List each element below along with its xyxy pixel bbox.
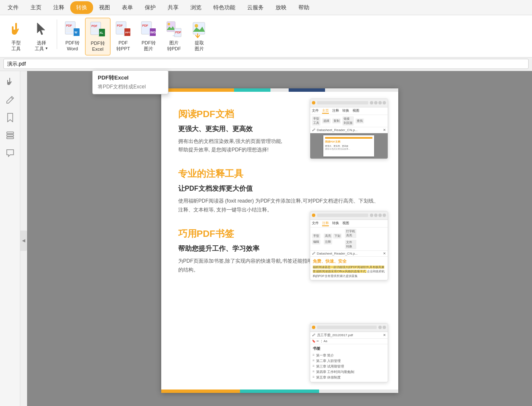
mini-annot-text: 福昕阅读器是一款功能强大的PDF阅读软件,具有极高兼誉,福昕阅读器采用Offic… [313, 265, 385, 279]
sidebar-layers-icon[interactable] [3, 128, 18, 143]
color-bar-navy [289, 88, 325, 92]
mini-tab3-icon: 🖉 [312, 333, 315, 337]
menu-share[interactable]: 共享 [162, 1, 185, 14]
mini-tab-label: Datasheet_Reader_CN.p... [317, 128, 358, 132]
color-bar-teal [234, 88, 270, 92]
mini-dot3-3 [383, 326, 386, 329]
menu-help[interactable]: 帮助 [292, 1, 315, 14]
mini-hand: 手型工具 [312, 116, 320, 126]
sidebar-annotate-icon[interactable] [3, 92, 18, 107]
extract-icon [191, 20, 208, 39]
mini-dot-3 [374, 101, 378, 104]
svg-rect-6 [66, 31, 73, 32]
mini-tab3-label: 员工手册_20120917.pdf [317, 333, 353, 337]
mini-page-1: 阅读PDF文档 更强大、更实用、更高效 拥有出色的文档渲染效果... [323, 135, 374, 156]
menu-features[interactable]: 特色功能 [207, 1, 241, 14]
sidebar-hand-icon[interactable] [3, 74, 18, 90]
mini-highlight-text: 福昕阅读器是一款功能强大的PDF阅读软件,具有极高兼誉,福昕阅读器采用Offic… [313, 266, 385, 273]
select-tool-btn[interactable]: 选择 工具 ▼ [29, 18, 54, 55]
mini-tab3-close: ✕ [383, 333, 386, 337]
mini2-highlight: 高亮 [324, 233, 332, 239]
pdf-to-image-btn[interactable]: PDF → IMG PDF转 图片 [136, 18, 161, 55]
mini-dot2-5 [383, 214, 386, 217]
mini-tab-close: ✕ [383, 128, 386, 132]
image-to-pdf-icon: → PDF [165, 20, 182, 39]
svg-text:PDF: PDF [66, 24, 72, 27]
svg-text:PDF: PDF [91, 25, 98, 27]
mini-select: 选择 [322, 118, 331, 123]
mini-dot3-2 [378, 326, 382, 329]
bottom-bar-teal [240, 390, 319, 393]
mini-tab-bar-1: 🖉 Datasheet_Reader_CN.p... ✕ [310, 127, 388, 133]
menu-convert[interactable]: 转换 [70, 1, 93, 14]
mini-menu-view: 视图 [353, 108, 359, 114]
pdf-to-excel-btn[interactable]: PDF → XL PDF转 Excel [85, 18, 110, 55]
mini2-underline: 下划 [333, 233, 342, 239]
svg-text:PDF: PDF [175, 31, 182, 34]
file-path-input[interactable] [3, 59, 529, 69]
pdf-to-excel-label2: Excel [92, 46, 104, 52]
pdf-to-word-btn[interactable]: PDF → W PDF转 Word [60, 18, 85, 55]
sidebar-bookmark-icon[interactable] [3, 110, 18, 125]
mini-dot2-4 [378, 214, 382, 217]
menu-form[interactable]: 表单 [116, 1, 139, 14]
extract-image-btn[interactable]: 提取 图片 [187, 18, 212, 55]
pdf-color-bar [161, 88, 398, 92]
color-bar-gray [270, 88, 289, 92]
svg-text:IMG: IMG [150, 31, 156, 34]
mini-tab-bar-3: 🖉 员工手册_20120917.pdf ✕ [310, 332, 388, 339]
mini-dot-4 [378, 101, 382, 104]
sidebar-comment-icon[interactable] [3, 145, 18, 161]
svg-point-36 [195, 24, 198, 27]
color-bar-orange [161, 88, 234, 92]
svg-text:PDF: PDF [142, 24, 149, 27]
mini2-print: 打字机高亮 [345, 229, 356, 238]
mini-dot-1 [312, 101, 315, 104]
mini-menu2-home: 注释 [322, 221, 329, 226]
menu-browse[interactable]: 浏览 [185, 1, 207, 14]
pdf-to-image-label: PDF转 [142, 40, 156, 46]
mini-content-area-1: 阅读PDF文档 更强大、更实用、更高效 拥有出色的文档渲染效果... [310, 133, 388, 159]
mini-icon-bar-3: 🔖 ✏ ⋮ Aa [310, 339, 388, 344]
mini-tab2-close: ✕ [383, 252, 386, 255]
menu-view[interactable]: 视图 [93, 1, 116, 14]
extract-image-label: 提取 [195, 40, 204, 46]
mini-dot-2 [370, 101, 373, 104]
mini-menu-1: 文件 主页 注释 转换 视图 [310, 107, 388, 115]
menu-present[interactable]: 放映 [270, 1, 292, 14]
hand-tool-btn[interactable]: 手型 工具 [3, 18, 29, 55]
mini-bk-item-1: 第一章 简介 [313, 353, 385, 358]
left-sidebar [0, 71, 20, 406]
mini2-note: 注释 [324, 239, 332, 244]
bottom-bar-gray [319, 390, 398, 393]
svg-rect-30 [167, 22, 175, 32]
mini-dot2-2 [370, 214, 373, 217]
mini-icon-edit: ✏ [317, 340, 319, 343]
pdf-to-ppt-btn[interactable]: PDF → PPT PDF 转PPT [110, 18, 136, 55]
mini2-edit: 编辑 [312, 239, 320, 244]
collapse-panel-btn[interactable]: ◀ [20, 230, 27, 251]
menu-annotate[interactable]: 注释 [47, 1, 70, 14]
pdf-section-annotate: 专业的注释工具 让PDF文档发挥更大价值 使用福昕PDF阅读器 (foxit r… [178, 167, 381, 214]
mini-menu-convert: 转换 [342, 108, 349, 114]
pdf-annot-subtitle: 让PDF文档发挥更大价值 [178, 184, 381, 193]
menu-file[interactable]: 文件 [2, 1, 25, 14]
mini-tab2-label: Datasheet_Reader_CN.p... [317, 252, 358, 255]
mini-preview-3: 🖉 员工手册_20120917.pdf ✕ 🔖 ✏ ⋮ Aa 书签 第一章 简介… [310, 323, 388, 382]
mini-icon-a-size: Aa [324, 340, 328, 343]
mini-bookmark-content: 书签 第一章 简介 第二章 入职管理 第三章 试用期管理 第四章 工作时间与勤勉… [310, 344, 388, 382]
tooltip-title: PDF转Excel [98, 74, 163, 82]
select-tool-label2: 工具 ▼ [35, 46, 48, 52]
menu-protect[interactable]: 保护 [139, 1, 162, 14]
mini-search: 查找 [356, 118, 364, 123]
image-to-pdf-btn[interactable]: → PDF 图片 转PDF [161, 18, 187, 55]
pdf-to-image-label2: 图片 [144, 46, 153, 52]
mini-menu-file: 文件 [312, 108, 319, 114]
mini-dot2-1 [312, 214, 315, 217]
select-tool-label: 选择 [37, 40, 46, 46]
pdf-to-word-label: PDF转 [66, 40, 80, 46]
menu-cloud[interactable]: 云服务 [241, 1, 270, 14]
mini-bk-label: 书签 [313, 346, 385, 351]
svg-rect-12 [91, 28, 100, 29]
menu-home[interactable]: 主页 [25, 1, 47, 14]
